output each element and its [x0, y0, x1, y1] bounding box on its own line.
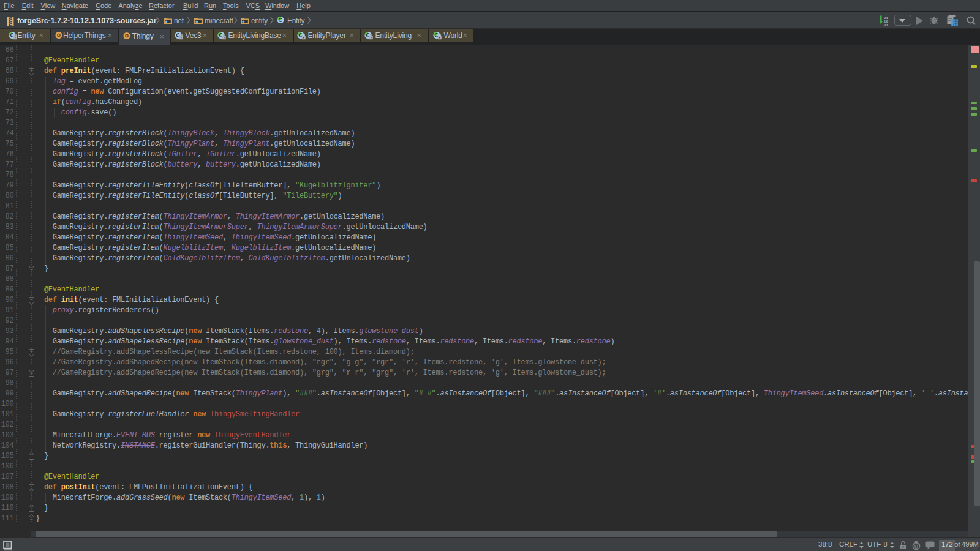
svg-text:01: 01 — [884, 23, 889, 26]
